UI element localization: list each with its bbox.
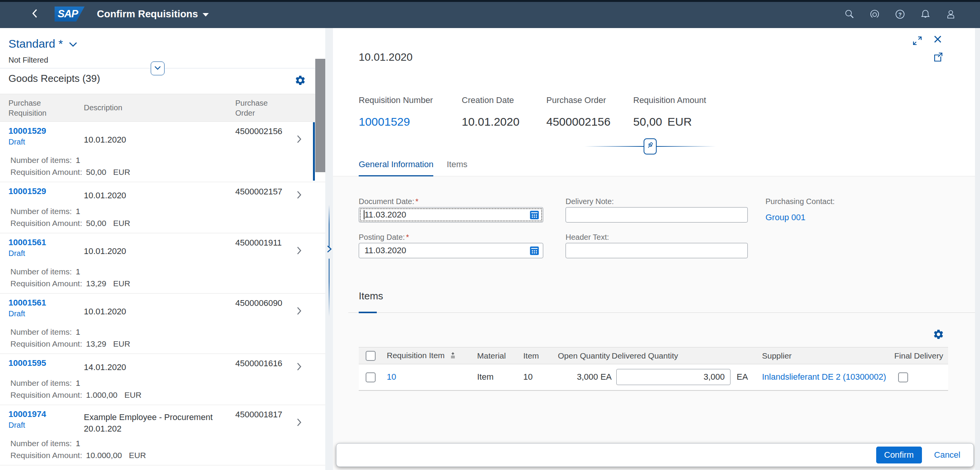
header-text-input[interactable] [566, 243, 748, 258]
sap-logo[interactable]: SAP [55, 7, 85, 22]
list-column-headers: Purchase Requisition Description Purchas… [0, 94, 325, 122]
requisition-link[interactable]: 10001529 [8, 126, 84, 137]
back-button[interactable] [30, 8, 40, 21]
items-section-divider [348, 312, 975, 313]
list-item[interactable]: 10001595 14.01.2020 4500001616 Number of… [0, 354, 325, 405]
document-date-field-wrap [359, 207, 543, 223]
list-settings-gear-icon[interactable] [294, 75, 306, 88]
requisition-link[interactable]: 10001529 [8, 186, 84, 197]
column-header-purchase-order: Purchase Order [235, 98, 274, 118]
row-purchase-order: 4500002157 [235, 186, 293, 197]
copilot-icon[interactable] [869, 9, 880, 20]
posting-date-label: Posting Date:* [359, 233, 409, 242]
requisition-link[interactable]: 10001561 [8, 237, 84, 248]
tab-general-information[interactable]: General Information [359, 159, 433, 177]
facet-creation-date: Creation Date 10.01.2020 [462, 95, 546, 128]
row-description: 10.01.2020 [84, 306, 235, 317]
delivery-note-input[interactable] [566, 207, 748, 223]
search-icon[interactable] [844, 9, 855, 20]
draft-label: Draft [8, 420, 84, 430]
list-item[interactable]: 10001561 Draft 10.01.2020 4500006090 Num… [0, 294, 325, 354]
requisition-link[interactable]: 10001595 [8, 358, 84, 369]
items-section-title[interactable]: Items [359, 290, 383, 302]
sap-logo-text: SAP [58, 8, 78, 20]
items-table-row[interactable]: 10 Item 10 3,000 EA EA Inlandslieferant … [359, 364, 948, 390]
posting-date-field-wrap [359, 243, 543, 258]
share-icon[interactable] [932, 52, 943, 65]
notifications-icon[interactable] [920, 9, 931, 20]
tab-items[interactable]: Items [447, 159, 468, 175]
requisition-number-link[interactable]: 10001529 [359, 115, 462, 128]
requisition-link[interactable]: 10001561 [8, 297, 84, 309]
pin-header-button[interactable] [644, 138, 657, 154]
back-icon [30, 8, 40, 21]
show-filterbar-button[interactable] [151, 61, 165, 75]
column-header-item[interactable]: Item [523, 347, 558, 364]
column-header-supplier[interactable]: Supplier [756, 347, 894, 364]
list-item[interactable]: 10001561 Draft 10.01.2020 4500001911 Num… [0, 233, 325, 294]
detail-content: Document Date:* Posting Date:* Delivery … [333, 176, 975, 470]
requisition-link[interactable]: 10001974 [8, 409, 84, 420]
column-header-final-delivery[interactable]: Final Delivery [894, 347, 948, 364]
detail-scrollbar[interactable] [975, 28, 980, 470]
sort-ascending-icon [449, 352, 456, 361]
shell-bar: SAP Confirm Requisitions ? [0, 0, 980, 28]
icon-tab-bar: General Information Items [333, 159, 975, 176]
confirm-requisitions-app: SAP Confirm Requisitions ? [0, 0, 980, 470]
chevron-down-icon [68, 37, 78, 50]
confirm-button[interactable]: Confirm [876, 447, 922, 463]
chevron-right-icon [293, 306, 325, 317]
supplier-link[interactable]: Inlandslieferant DE 2 (10300002) [762, 372, 886, 382]
chevron-right-icon [293, 246, 325, 257]
final-delivery-checkbox[interactable] [898, 372, 908, 382]
svg-text:?: ? [898, 11, 902, 17]
close-icon[interactable] [933, 34, 943, 46]
chevron-right-icon [293, 190, 325, 201]
detail-panel: 10.01.2020 Requisition Number 10001529 C… [333, 28, 975, 470]
row-description: Example Employee - Procurement 20.01.202 [84, 412, 235, 434]
help-icon[interactable]: ? [895, 9, 905, 20]
posting-date-input[interactable] [359, 243, 543, 258]
delivered-quantity-input[interactable] [616, 369, 730, 385]
column-header-material[interactable]: Material [477, 347, 523, 364]
required-asterisk: * [406, 233, 409, 241]
splitter-handle[interactable] [325, 28, 333, 470]
master-list-panel: Standard * Not Filtered Goods Receipts (… [0, 28, 325, 470]
app-title: Confirm Requisitions [97, 8, 198, 20]
row-purchase-order: 4500006090 [235, 297, 293, 308]
cancel-button[interactable]: Cancel [932, 450, 963, 460]
facet-requisition-amount: Requisition Amount 50,00EUR [633, 95, 706, 128]
column-header-open-quantity[interactable]: Open Quantity [558, 347, 612, 364]
column-header-delivered-quantity[interactable]: Delivered Quantity [612, 347, 737, 364]
row-select-checkbox[interactable] [366, 372, 376, 382]
row-purchase-order: 4500001817 [235, 409, 293, 420]
facet-purchase-order: Purchase Order 4500002156 [546, 95, 633, 128]
list-item[interactable]: 10001529 Draft 10.01.2020 4500002156 Num… [0, 122, 325, 182]
splitter-expand-icon[interactable] [325, 244, 333, 256]
pin-icon [647, 142, 654, 151]
row-purchase-order: 4500001911 [235, 237, 293, 248]
items-settings-gear-icon[interactable] [933, 329, 944, 342]
select-all-checkbox[interactable] [366, 351, 376, 361]
row-purchase-order: 4500002156 [235, 126, 293, 136]
column-header-requisition-item[interactable]: Requisition Item [387, 347, 477, 364]
calendar-icon[interactable] [529, 209, 540, 220]
app-title-menu[interactable]: Confirm Requisitions [97, 8, 209, 20]
delivery-note-field-wrap [566, 207, 748, 223]
items-table-header-row: Requisition Item Material Item Open Quan… [359, 347, 948, 364]
requisition-item-link[interactable]: 10 [387, 372, 396, 382]
purchasing-contact-label: Purchasing Contact: [765, 197, 835, 206]
splitter-decoration [329, 205, 329, 248]
purchasing-contact-link[interactable]: Group 001 [765, 213, 805, 223]
list-item[interactable]: 10001529 10.01.2020 4500002157 Number of… [0, 182, 325, 233]
list-item[interactable]: 10001974 Draft Example Employee - Procur… [0, 405, 325, 465]
enter-fullscreen-icon[interactable] [912, 35, 923, 48]
calendar-icon[interactable] [529, 245, 540, 256]
unit-cell: EA [737, 364, 756, 390]
header-pin-control [584, 139, 716, 154]
profile-icon[interactable] [945, 9, 956, 20]
row-description: 10.01.2020 [84, 134, 235, 146]
document-date-input[interactable] [359, 207, 543, 223]
variant-selector[interactable]: Standard * [8, 37, 78, 50]
list-scrollbar[interactable] [315, 59, 325, 172]
